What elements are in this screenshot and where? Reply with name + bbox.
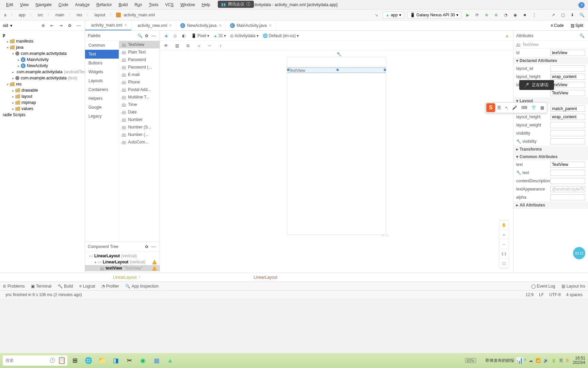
palette-item[interactable]: AbPlain Text [119,48,160,56]
line-separator[interactable]: LF [536,292,546,297]
eye-icon[interactable]: 👁 [163,42,169,49]
expand-icon[interactable]: ⇥ [58,22,64,29]
git-button[interactable]: ↗ [550,12,557,18]
stop-button[interactable]: ■ [521,12,528,18]
palette-item[interactable]: AbPostal Add... [119,86,160,93]
explorer-icon[interactable]: 📁 [96,354,108,367]
tree-item[interactable]: ▸values [0,106,85,112]
attr-input[interactable] [550,90,585,96]
tab-event-log[interactable]: ◯ Event Log [531,284,555,289]
run-button[interactable]: ▶ [464,12,471,18]
tree-item[interactable]: ▸manifests [0,38,85,44]
menu-run[interactable]: Run [131,2,145,7]
coverage-button[interactable]: ※ [493,12,500,18]
attr-input[interactable] [550,114,585,120]
menu-window[interactable]: Window [177,2,198,7]
tree-item[interactable]: ▸com.example.activitydata (test) [0,75,85,81]
tree-item[interactable]: ▸layout [0,93,85,99]
tree-item[interactable]: radle Scripts [0,112,85,118]
menu-build[interactable]: Build [115,2,131,7]
system-tray[interactable]: ^ ☁ 📶 🔊 🔋 英 S [524,358,569,364]
crumb-layout[interactable]: layout [93,13,107,17]
gear-icon[interactable]: ✿ [143,243,150,250]
palette-item[interactable]: AbNumber [119,116,160,123]
menu-navigate[interactable]: Navigate [32,2,55,7]
app1-icon[interactable]: ◨ [110,354,122,367]
attach-button[interactable]: ◉ [512,12,519,18]
palette-item[interactable]: AbE-mail [119,71,160,78]
search-icon[interactable]: 🔍 [578,32,585,39]
cursor-position[interactable]: 12:9 [523,292,536,297]
crumb-linearlayout-2[interactable]: LinearLayout [254,275,277,280]
pan-button[interactable]: ✋ [499,220,509,230]
menu-edit[interactable]: Edit [3,2,17,7]
palette-category[interactable]: Text [85,50,119,59]
palette-item[interactable]: AbDate [119,108,160,116]
editor-tab[interactable]: CMainActivity.java✕ [226,20,276,30]
hide-icon[interactable]: — [75,22,82,29]
android-studio-icon[interactable]: ▲ [164,354,176,367]
split-view-button[interactable]: ▥ Split [569,22,585,29]
palette-item[interactable]: AbTime [119,101,160,108]
wechat-icon[interactable]: ◉ [137,354,149,367]
profile-button[interactable]: ◔ [502,12,509,18]
sdk-button[interactable]: ⬇ [569,12,576,18]
palette-category[interactable]: Widgets [85,67,119,76]
textview-widget[interactable]: TextView [288,67,385,73]
volume-icon[interactable]: 🔊 [543,358,549,363]
crumb-app[interactable]: app [17,13,27,17]
ime-lang[interactable]: 英 [495,105,503,111]
timer-bubble[interactable]: 03:11 [573,247,585,259]
battery-icon[interactable]: 🔋 [551,358,556,363]
taskbar-news[interactable]: 即将发布的财报 [486,358,514,364]
editor-tab[interactable]: activity_new.xml✕ [131,20,176,30]
crumb-file[interactable]: activity_main.xml [122,13,156,17]
warning-icon[interactable]: ▲ [504,32,510,39]
palette-category[interactable]: Buttons [85,59,119,67]
palette-item[interactable]: AbAutoCom... [119,138,160,146]
tree-item[interactable]: ▾com.example.activitydata [0,50,85,57]
search-button[interactable]: 🔍 [578,12,585,18]
attr-input[interactable] [550,178,585,184]
close-icon[interactable]: ✕ [269,24,272,27]
attr-input[interactable] [550,65,585,72]
chevron-down-icon[interactable]: ▾ [10,23,12,28]
crumb-a[interactable]: a [3,13,8,17]
tree-item[interactable]: ▸com.example.activitydata (androidTest [0,69,85,75]
meeting-overlay[interactable]: ▮▮ 腾讯会议 ⓘ [218,1,254,8]
zoom-fit-button[interactable]: ▢ [499,259,509,268]
app3-icon[interactable]: ▦ [150,354,163,367]
crumb-main[interactable]: main [54,13,66,17]
wifi-icon[interactable]: 📶 [536,358,541,363]
indent-info[interactable]: 4 spaces [564,292,585,297]
palette-category[interactable]: Common [85,41,119,50]
settings-icon[interactable]: ✿ [66,22,73,29]
api-dropdown[interactable]: ▲ 31 ▾ [213,33,226,38]
battery-indicator[interactable]: 82% [465,358,476,363]
attr-input[interactable] [550,82,585,88]
attr-input[interactable] [550,170,585,176]
palette-item[interactable]: AbPhone [119,78,160,86]
attr-input[interactable] [550,74,585,80]
grid-icon[interactable]: ▥ [174,42,180,49]
menu-refactor[interactable]: Refactor [93,2,115,7]
app2-icon[interactable]: ✂ [123,354,135,367]
palette-item[interactable]: AbTextView [119,41,160,48]
zoom-in-button[interactable]: + [499,230,509,240]
help-icon[interactable]: ? [578,2,585,8]
device-selector[interactable]: 📱 Galaxy Nexus API 30 ▾ [407,12,461,18]
palette-item[interactable]: AbMultiline T... [119,93,160,101]
tab-profiler[interactable]: ◔ Profiler [101,284,119,289]
palette-category[interactable]: Layouts [85,76,119,85]
collapse-icon[interactable]: ⇤ [49,22,55,29]
tree-item[interactable]: ▸CMainActivity [0,57,85,63]
tab-logcat[interactable]: ≡ Logcat [79,284,95,289]
ime-mic-icon[interactable]: 🎤 [510,105,519,110]
taskbar-search[interactable]: 搜索 🕐 📋 [3,355,67,366]
ime-toolbar[interactable]: S 英 •, 🎤 ⌨ 👕 ▦ [485,102,547,113]
close-icon[interactable]: ✕ [169,24,172,27]
sogou-logo-icon[interactable]: S [486,103,495,112]
palette-category[interactable]: Google [85,103,119,112]
sogou-tray-icon[interactable]: S [566,358,569,363]
project-dropdown[interactable]: oid [3,23,8,28]
